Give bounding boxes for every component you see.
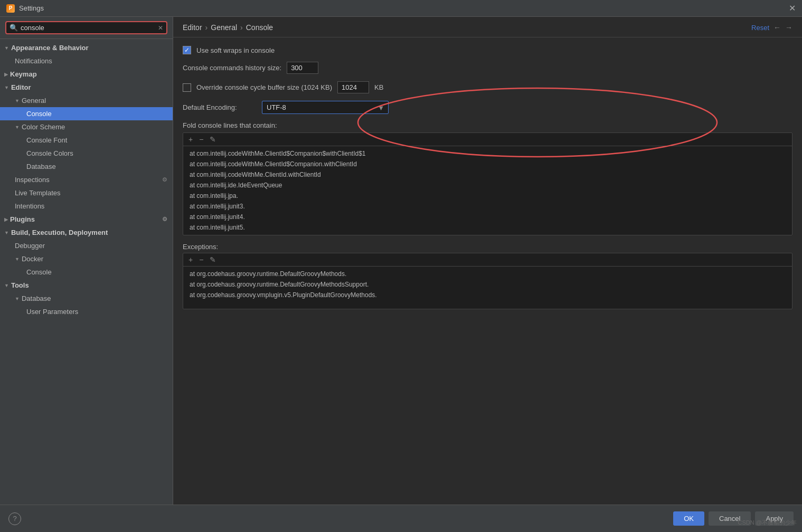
help-button[interactable]: ? — [8, 512, 21, 525]
breadcrumb-general: General — [211, 23, 237, 32]
list-item: at com.intellij.junit5. — [183, 222, 792, 233]
exceptions-remove-button[interactable]: − — [198, 255, 204, 264]
list-item: at com.intellij.jpa. — [183, 191, 792, 201]
cycle-buffer-checkbox[interactable] — [183, 83, 191, 92]
sidebar-item-general[interactable]: ▼ General — [0, 94, 173, 107]
sidebar-item-plugins[interactable]: ▶ Plugins ⚙ — [0, 213, 173, 226]
breadcrumb-editor: Editor — [183, 23, 202, 32]
sidebar-item-label: General — [22, 97, 46, 104]
sidebar-item-label: Tools — [11, 281, 29, 289]
bottom-bar: ? OK Cancel Apply — [0, 505, 802, 532]
encoding-row: Default Encoding: UTF-8 UTF-16 ISO-8859-… — [183, 101, 792, 114]
encoding-select[interactable]: UTF-8 UTF-16 ISO-8859-1 US-ASCII Windows… — [262, 101, 389, 114]
sidebar-item-label: Editor — [11, 83, 31, 91]
sidebar-item-label: Debugger — [15, 242, 45, 250]
sidebar-item-label: Appearance & Behavior — [11, 44, 89, 52]
sidebar-item-label: Keymap — [10, 70, 37, 78]
sidebar-item-editor[interactable]: ▼ Editor — [0, 81, 173, 94]
sidebar-item-appearance-behavior[interactable]: ▼ Appearance & Behavior — [0, 41, 173, 54]
sidebar-item-console[interactable]: Console — [0, 107, 173, 120]
sidebar-item-docker-console[interactable]: Console — [0, 265, 173, 279]
history-size-label: Console commands history size: — [183, 64, 281, 72]
search-clear-button[interactable]: ✕ — [158, 24, 163, 32]
search-input[interactable] — [21, 24, 155, 32]
expand-icon: ▶ — [4, 217, 8, 222]
sidebar-item-color-scheme[interactable]: ▼ Color Scheme — [0, 120, 173, 134]
app-icon: P — [6, 4, 15, 13]
sidebar-item-console-font[interactable]: Console Font — [0, 134, 173, 147]
list-item: at com.intellij.codeWithMe.ClientId$Comp… — [183, 159, 792, 169]
expand-icon: ▼ — [4, 283, 9, 288]
title-bar: P Settings ✕ — [0, 0, 802, 17]
exceptions-list: at org.codehaus.groovy.runtime.DefaultGr… — [183, 267, 792, 309]
fold-edit-button[interactable]: ✎ — [209, 135, 217, 144]
breadcrumb: Editor › General › Console — [183, 23, 273, 32]
title-bar-left: P Settings — [6, 4, 44, 13]
close-button[interactable]: ✕ — [789, 3, 796, 13]
exceptions-section: Exceptions: + − ✎ at org.codehaus.groovy… — [183, 243, 792, 309]
fold-add-button[interactable]: + — [187, 135, 194, 144]
sidebar-item-live-templates[interactable]: Live Templates — [0, 186, 173, 200]
exceptions-label: Exceptions: — [183, 243, 792, 251]
list-item: at com.intellij.codeWithMe.ClientId.with… — [183, 169, 792, 180]
watermark: CSDN @不服输的少年 — [738, 519, 797, 527]
content-header: Editor › General › Console Reset ← → — [173, 17, 802, 37]
checkmark-icon: ✓ — [184, 46, 190, 54]
fold-lines-list: at com.intellij.codeWithMe.ClientId$Comp… — [183, 146, 792, 235]
sidebar-item-database-tools[interactable]: ▼ Database — [0, 292, 173, 305]
sidebar-item-tools[interactable]: ▼ Tools — [0, 279, 173, 292]
search-bar: 🔍 ✕ — [0, 17, 173, 39]
sidebar-item-label: Console Colors — [26, 149, 73, 157]
cycle-buffer-input[interactable] — [337, 81, 369, 93]
fold-lines-section: Fold console lines that contain: + − ✎ a… — [183, 121, 792, 235]
bottom-left: ? — [8, 512, 21, 525]
exceptions-container: + − ✎ at org.codehaus.groovy.runtime.Def… — [183, 253, 792, 309]
sidebar-item-docker[interactable]: ▼ Docker — [0, 252, 173, 265]
exceptions-edit-button[interactable]: ✎ — [209, 255, 217, 264]
breadcrumb-sep2: › — [240, 23, 243, 32]
sidebar-item-intentions[interactable]: Intentions — [0, 200, 173, 213]
sidebar-item-label: Database — [26, 163, 56, 170]
sidebar-item-debugger[interactable]: Debugger — [0, 239, 173, 252]
ok-button[interactable]: OK — [673, 511, 704, 526]
expand-icon: ▼ — [4, 45, 9, 51]
back-button[interactable]: ← — [773, 23, 781, 32]
expand-icon: ▶ — [4, 72, 8, 77]
search-icon: 🔍 — [10, 24, 18, 32]
search-wrapper: 🔍 ✕ — [5, 21, 167, 34]
content-body: ✓ Use soft wraps in console Console comm… — [173, 37, 802, 505]
list-item: at com.intellij.ide.IdeEventQueue — [183, 180, 792, 191]
content-right-wrapper: Editor › General › Console Reset ← → ✓ U… — [173, 17, 802, 505]
sidebar-item-inspections[interactable]: Inspections ⚙ — [0, 173, 173, 186]
sidebar-item-console-colors[interactable]: Console Colors — [0, 147, 173, 160]
sidebar-item-user-params[interactable]: User Parameters — [0, 305, 173, 318]
sidebar-item-label: Console — [26, 110, 52, 118]
fold-remove-button[interactable]: − — [198, 135, 204, 144]
nav-tree: ▼ Appearance & Behavior Notifications ▶ … — [0, 39, 173, 505]
expand-icon: ▼ — [15, 256, 20, 262]
list-item: at org.codehaus.groovy.vmplugin.v5.Plugi… — [183, 290, 792, 300]
cycle-buffer-row: Override console cycle buffer size (1024… — [183, 81, 792, 93]
exceptions-toolbar: + − ✎ — [183, 253, 792, 267]
soft-wraps-checkbox[interactable]: ✓ — [183, 46, 191, 54]
forward-button[interactable]: → — [785, 23, 792, 32]
expand-icon: ▼ — [4, 85, 9, 90]
history-size-input[interactable] — [287, 62, 318, 74]
list-item: at com.intellij.junit4. — [183, 212, 792, 222]
sidebar: 🔍 ✕ ▼ Appearance & Behavior Notification… — [0, 17, 173, 505]
cycle-buffer-label: Override console cycle buffer size (1024… — [196, 83, 332, 91]
sidebar-item-notifications[interactable]: Notifications — [0, 54, 173, 68]
sidebar-item-database-color[interactable]: Database — [0, 160, 173, 173]
sidebar-item-label: Inspections — [15, 176, 50, 184]
sidebar-item-label: User Parameters — [26, 308, 78, 316]
reset-button[interactable]: Reset — [751, 24, 769, 32]
sidebar-item-label: Live Templates — [15, 189, 60, 197]
settings-icon: ⚙ — [162, 176, 167, 183]
exceptions-add-button[interactable]: + — [187, 255, 194, 264]
sidebar-item-label: Console — [26, 268, 52, 276]
sidebar-item-build-exec[interactable]: ▼ Build, Execution, Deployment — [0, 226, 173, 239]
fold-lines-container: + − ✎ at com.intellij.codeWithMe.ClientI… — [183, 132, 792, 235]
sidebar-item-keymap[interactable]: ▶ Keymap — [0, 68, 173, 81]
cycle-buffer-unit: KB — [374, 83, 383, 91]
expand-icon: ▼ — [15, 125, 20, 130]
